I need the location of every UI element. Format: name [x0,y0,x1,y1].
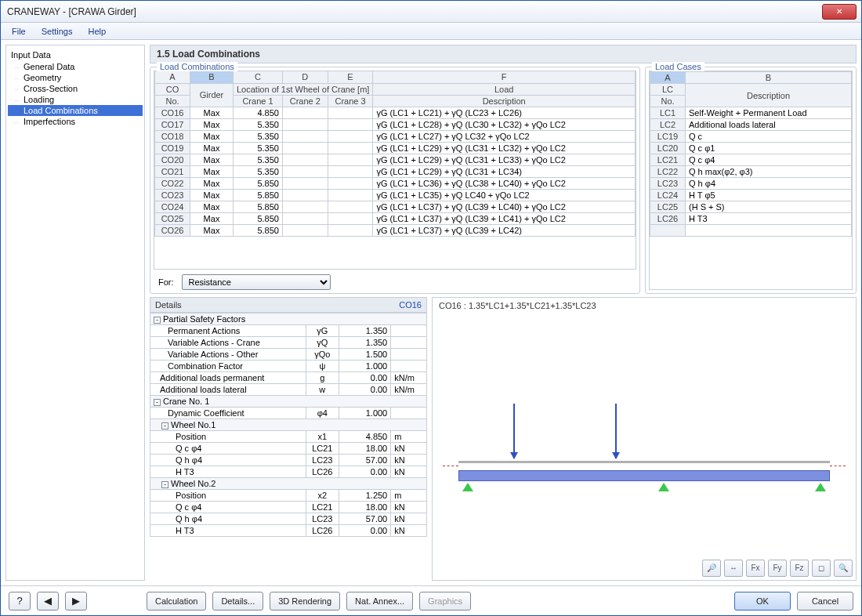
table-row[interactable]: CO26Max5.850γG (LC1 + LC37) + γQ (LC39 +… [155,224,636,236]
table-row[interactable]: CO18Max5.350γG (LC1 + LC27) + γQ LC32 + … [155,130,636,142]
row-w2-ht[interactable]: H T3LC260.00kN [150,525,427,537]
col-c[interactable]: C [234,71,283,83]
tree-item[interactable]: Load Combinations [8,105,143,116]
table-row[interactable]: LC23Q h φ4 [650,178,852,190]
table-row[interactable]: CO22Max5.850γG (LC1 + LC36) + γQ (LC38 +… [155,177,636,189]
prev-button[interactable]: ◀ [37,592,59,611]
hdr-crane2: Crane 2 [282,95,328,107]
hdr-load: Load [373,83,636,95]
col-e[interactable]: E [328,71,373,83]
row-w2-pos[interactable]: Positionx21.250m [150,490,427,502]
close-button[interactable]: ✕ [822,4,857,20]
lc-col-b[interactable]: B [686,72,852,84]
table-row[interactable]: CO17Max5.350γG (LC1 + LC28) + γQ (LC30 +… [155,118,636,130]
row-comb[interactable]: Combination Factorψ1.000 [150,361,427,372]
tree-item[interactable]: Imperfections [8,116,143,127]
table-row[interactable]: CO24Max5.850γG (LC1 + LC37) + γQ (LC39 +… [155,201,636,212]
tree-item[interactable]: Geometry [8,72,143,83]
view-fy-button[interactable]: Fy [768,560,787,577]
group-wheel2[interactable]: -Wheel No.2 [150,478,427,490]
table-row[interactable]: LC19Q c [650,131,852,143]
menu-file[interactable]: File [5,25,32,38]
group-crane1[interactable]: -Crane No. 1 [150,396,427,408]
view-iso-button[interactable]: 🔎 [702,560,721,577]
col-f[interactable]: F [373,71,636,83]
annex-button[interactable]: Nat. Annex... [346,592,413,611]
row-var-other[interactable]: Variable Actions - OtherγQo1.500 [150,349,427,361]
rendering-button[interactable]: 3D Rendering [270,592,340,611]
table-row[interactable]: LC22Q h max(φ2, φ3) [650,166,852,178]
next-button[interactable]: ▶ [65,592,87,611]
table-row[interactable]: LC24H T φ5 [650,190,852,201]
details-button[interactable]: Details... [212,592,263,611]
load-combos-legend: Load Combinations [157,62,237,71]
for-row: For: Resistance [154,274,636,290]
col-d[interactable]: D [282,71,328,83]
table-row[interactable]: LC25(H S + S) [650,201,852,213]
ok-button[interactable]: OK [734,592,791,611]
table-row[interactable]: CO25Max5.850γG (LC1 + LC37) + γQ (LC39 +… [155,212,636,224]
button-bar: ? ◀ ▶ Calculation Details... 3D Renderin… [1,585,861,615]
view-print-button[interactable]: 🔍 [834,560,853,577]
table-row[interactable]: CO16Max4.850γG (LC1 + LC21) + γQ (LC23 +… [155,107,636,118]
tree-item[interactable]: General Data [8,61,143,72]
hdr-no: No. [155,95,190,107]
menu-settings[interactable]: Settings [35,25,79,38]
load-combos-table[interactable]: A B C D E F CO Girder Location of 1st Wh… [154,71,636,237]
calculation-button[interactable]: Calculation [147,592,206,611]
details-label: Details [155,300,182,310]
hdr-loc-group: Location of 1st Wheel of Crane [m] [234,83,373,95]
table-row[interactable]: LC2Additional loads lateral [650,119,852,131]
table-row[interactable]: LC26H T3 [650,213,852,225]
row-w1-ht[interactable]: H T3LC260.00kN [150,466,427,478]
table-row[interactable]: CO21Max5.350γG (LC1 + LC29) + γQ (LC31 +… [155,165,636,177]
lc-col-a[interactable]: A [650,72,686,84]
graphics-button: Graphics [419,592,471,611]
details-co: CO16 [399,300,422,310]
menu-help[interactable]: Help [81,25,112,38]
table-row[interactable]: CO23Max5.850γG (LC1 + LC35) + γQ LC40 + … [155,189,636,201]
hdr-crane3: Crane 3 [328,95,373,107]
group-wheel1[interactable]: -Wheel No.1 [150,419,427,431]
table-row[interactable]: LC21Q c φ4 [650,154,852,166]
row-perm-act[interactable]: Permanent ActionsγG1.350 [150,325,427,337]
load-combos-scroll[interactable]: A B C D E F CO Girder Location of 1st Wh… [154,71,636,270]
row-dyn[interactable]: Dynamic Coefficientφ41.000 [150,408,427,419]
group-psf[interactable]: -Partial Safety Factors [150,313,427,325]
preview-panel: CO16 : 1.35*LC1+1.35*LC21+1.35*LC23 🔎 [432,297,857,581]
row-w2-qc[interactable]: Q c φ4LC2118.00kN [150,502,427,513]
cancel-button[interactable]: Cancel [797,592,853,611]
for-select[interactable]: Resistance [182,274,331,290]
view-x-button[interactable]: ↔ [724,560,743,577]
row-var-crane[interactable]: Variable Actions - CraneγQ1.350 [150,337,427,349]
view-fz-button[interactable]: Fz [790,560,809,577]
row-add-lat[interactable]: Additional loads lateralw0.00kN/m [150,384,427,396]
help-button[interactable]: ? [9,592,31,611]
lc-hdr-desc: Description [686,84,852,107]
dash-right [830,466,846,466]
for-label: For: [158,277,174,287]
row-w2-qh[interactable]: Q h φ4LC2357.00kN [150,513,427,525]
view-3d-button[interactable]: ◻ [812,560,831,577]
table-row[interactable]: LC1Self-Weight + Permanent Load [650,107,852,119]
tree-item[interactable]: Cross-Section [8,83,143,94]
table-row[interactable]: LC20Q c φ1 [650,143,852,154]
row-w1-qc[interactable]: Q c φ4LC2118.00kN [150,443,427,455]
lc-hdr-lc: LC [650,84,686,96]
preview-toolbar: 🔎 ↔ Fx Fy Fz ◻ 🔍 [702,560,853,577]
row-w1-qh[interactable]: Q h φ4LC2357.00kN [150,455,427,466]
support-icon [815,483,826,491]
view-fx-button[interactable]: Fx [746,560,765,577]
preview-canvas[interactable] [439,313,849,577]
col-a[interactable]: A [155,71,190,83]
details-table[interactable]: -Partial Safety Factors Permanent Action… [150,313,427,537]
table-row[interactable]: CO20Max5.350γG (LC1 + LC29) + γQ (LC31 +… [155,154,636,165]
load-cases-panel: Load Cases A B LC Description No. LC1Sel… [645,67,857,294]
row-add-perm[interactable]: Additional loads permanentg0.00kN/m [150,372,427,384]
tree-item[interactable]: Loading [8,94,143,105]
table-row[interactable]: CO19Max5.350γG (LC1 + LC29) + γQ (LC31 +… [155,142,636,154]
col-b[interactable]: B [190,71,234,83]
row-w1-pos[interactable]: Positionx14.850m [150,431,427,443]
force-arrow-icon [513,404,515,458]
load-cases-table[interactable]: A B LC Description No. LC1Self-Weight + … [650,71,852,237]
